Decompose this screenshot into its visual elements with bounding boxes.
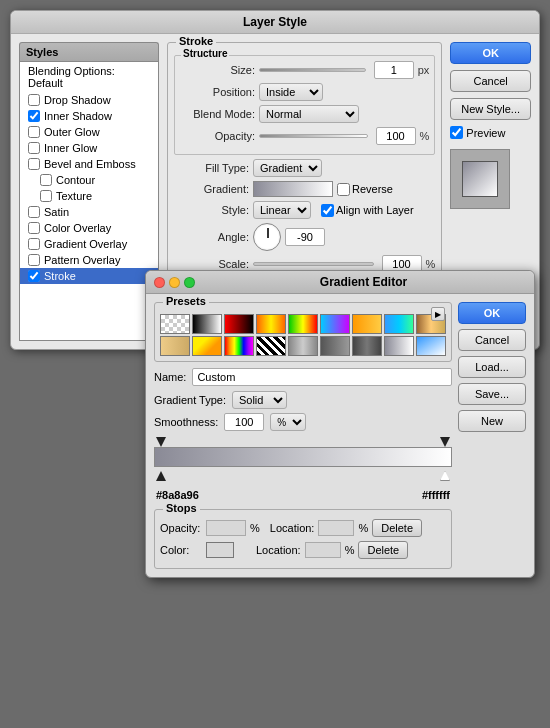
preset-17[interactable]: [384, 336, 414, 356]
gradient-cancel-button[interactable]: Cancel: [458, 329, 526, 351]
presets-header: Presets: [163, 295, 209, 307]
scale-unit: %: [426, 258, 436, 270]
opacity-location-value: [318, 520, 354, 536]
inner-glow-checkbox[interactable]: [28, 142, 40, 154]
reverse-label[interactable]: Reverse: [337, 183, 393, 196]
name-input[interactable]: [192, 368, 452, 386]
gradient-type-select[interactable]: Solid Noise: [232, 391, 287, 409]
preset-8[interactable]: [384, 314, 414, 334]
opacity-delete-button[interactable]: Delete: [372, 519, 422, 537]
preset-6[interactable]: [320, 314, 350, 334]
gradient-save-button[interactable]: Save...: [458, 383, 526, 405]
preset-4[interactable]: [256, 314, 286, 334]
opacity-stop-left[interactable]: [156, 437, 166, 447]
preset-3[interactable]: [224, 314, 254, 334]
gradient-overlay-checkbox[interactable]: [28, 238, 40, 250]
position-select[interactable]: Inside Outside Center: [259, 83, 323, 101]
preset-2[interactable]: [192, 314, 222, 334]
ok-button[interactable]: OK: [450, 42, 531, 64]
color-stop-form-row: Color: Location: % Delete: [160, 541, 446, 559]
sidebar-item-contour[interactable]: Contour: [20, 172, 158, 188]
sidebar-item-pattern-overlay[interactable]: Pattern Overlay: [20, 252, 158, 268]
opacity-input[interactable]: [376, 127, 416, 145]
drop-shadow-checkbox[interactable]: [28, 94, 40, 106]
sidebar-item-inner-shadow[interactable]: Inner Shadow: [20, 108, 158, 124]
name-row: Name:: [154, 368, 452, 386]
sidebar-item-outer-glow[interactable]: Outer Glow: [20, 124, 158, 140]
bevel-emboss-checkbox[interactable]: [28, 158, 40, 170]
opacity-stop-right[interactable]: [440, 437, 450, 447]
texture-checkbox[interactable]: [40, 190, 52, 202]
preset-15[interactable]: [320, 336, 350, 356]
reverse-checkbox[interactable]: [337, 183, 350, 196]
blend-mode-row: Blend Mode: Normal Multiply: [180, 105, 429, 123]
angle-dial[interactable]: [253, 223, 281, 251]
preset-16[interactable]: [352, 336, 382, 356]
color-stop-left[interactable]: [156, 471, 166, 481]
maximize-button[interactable]: [184, 277, 195, 288]
color-overlay-checkbox[interactable]: [28, 222, 40, 234]
opacity-stop-label: Opacity:: [160, 522, 202, 534]
color-location-value: [305, 542, 341, 558]
color-stop-right[interactable]: [440, 471, 450, 481]
layer-style-titlebar: Layer Style: [11, 11, 539, 34]
structure-label: Structure: [181, 48, 229, 59]
pattern-overlay-checkbox[interactable]: [28, 254, 40, 266]
smoothness-unit-select[interactable]: %: [270, 413, 306, 431]
presets-arrow-button[interactable]: ▶: [431, 307, 445, 321]
stroke-checkbox[interactable]: [28, 270, 40, 282]
outer-glow-checkbox[interactable]: [28, 126, 40, 138]
preset-14[interactable]: [288, 336, 318, 356]
align-with-layer-label[interactable]: Align with Layer: [321, 204, 414, 217]
preview-checkbox[interactable]: [450, 126, 463, 139]
opacity-row: Opacity: %: [180, 127, 429, 145]
new-style-button[interactable]: New Style...: [450, 98, 531, 120]
sidebar-item-gradient-overlay[interactable]: Gradient Overlay: [20, 236, 158, 252]
blend-mode-select[interactable]: Normal Multiply: [259, 105, 359, 123]
preset-13[interactable]: [256, 336, 286, 356]
gradient-ok-button[interactable]: OK: [458, 302, 526, 324]
color-delete-button[interactable]: Delete: [358, 541, 408, 559]
gradient-load-button[interactable]: Load...: [458, 356, 526, 378]
sidebar-item-texture[interactable]: Texture: [20, 188, 158, 204]
gradient-bar[interactable]: [154, 447, 452, 467]
left-color-value: #8a8a96: [156, 489, 199, 501]
position-label: Position:: [180, 86, 255, 98]
preset-12[interactable]: [224, 336, 254, 356]
preset-1[interactable]: [160, 314, 190, 334]
fill-type-select[interactable]: Gradient Color Pattern: [253, 159, 322, 177]
smoothness-input[interactable]: [224, 413, 264, 431]
inner-shadow-checkbox[interactable]: [28, 110, 40, 122]
styles-panel: Styles Blending Options: Default Drop Sh…: [19, 42, 159, 341]
minimize-button[interactable]: [169, 277, 180, 288]
color-swatch[interactable]: [206, 542, 234, 558]
preset-18[interactable]: [416, 336, 446, 356]
preset-7[interactable]: [352, 314, 382, 334]
contour-checkbox[interactable]: [40, 174, 52, 186]
gradient-preview[interactable]: [253, 181, 333, 197]
preset-11[interactable]: [192, 336, 222, 356]
scale-slider[interactable]: [253, 262, 374, 266]
preset-10[interactable]: [160, 336, 190, 356]
close-button[interactable]: [154, 277, 165, 288]
sidebar-item-blending-options[interactable]: Blending Options: Default: [20, 62, 158, 92]
sidebar-item-satin[interactable]: Satin: [20, 204, 158, 220]
preview-box: [450, 149, 510, 209]
align-with-layer-checkbox[interactable]: [321, 204, 334, 217]
size-slider[interactable]: [259, 68, 366, 72]
satin-checkbox[interactable]: [28, 206, 40, 218]
opacity-stop-unit: %: [250, 522, 260, 534]
sidebar-item-drop-shadow[interactable]: Drop Shadow: [20, 92, 158, 108]
sidebar-item-bevel-emboss[interactable]: Bevel and Emboss: [20, 156, 158, 172]
style-select[interactable]: Linear Radial: [253, 201, 311, 219]
cancel-button[interactable]: Cancel: [450, 70, 531, 92]
preset-5[interactable]: [288, 314, 318, 334]
angle-input[interactable]: [285, 228, 325, 246]
opacity-label: Opacity:: [180, 130, 255, 142]
sidebar-item-stroke[interactable]: Stroke: [20, 268, 158, 284]
sidebar-item-color-overlay[interactable]: Color Overlay: [20, 220, 158, 236]
size-input[interactable]: [374, 61, 414, 79]
opacity-slider[interactable]: [259, 134, 368, 138]
gradient-new-button[interactable]: New: [458, 410, 526, 432]
sidebar-item-inner-glow[interactable]: Inner Glow: [20, 140, 158, 156]
